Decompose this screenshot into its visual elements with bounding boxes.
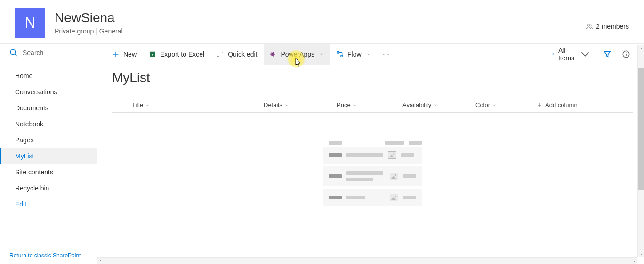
col-title-label: Title <box>132 101 143 108</box>
col-title[interactable]: Title <box>132 101 264 108</box>
new-label: New <box>123 50 137 58</box>
nav-site-contents[interactable]: Site contents <box>0 164 97 180</box>
col-availability-label: Availability <box>402 101 431 108</box>
column-headers: Title Details Price Availability <box>112 99 633 113</box>
chevron-down-icon <box>433 103 438 107</box>
chevron-down-icon <box>578 47 592 61</box>
pencil-icon <box>217 50 224 58</box>
nav-home[interactable]: Home <box>0 68 97 84</box>
chevron-down-icon <box>366 52 371 57</box>
nav-documents[interactable]: Documents <box>0 100 97 116</box>
access-level: General <box>99 27 123 35</box>
excel-icon: x <box>149 50 156 58</box>
view-label: All Items <box>558 47 574 62</box>
svg-line-3 <box>15 54 17 56</box>
powerapps-label: PowerApps <box>281 50 314 58</box>
info-icon <box>622 50 630 58</box>
chevron-down-icon <box>353 103 357 107</box>
nav-recycle-bin[interactable]: Recycle bin <box>0 180 97 196</box>
members-button[interactable]: 2 members <box>586 23 629 30</box>
view-selector[interactable]: All Items <box>547 44 597 65</box>
content-area: New x Export to Excel Quick edit PowerAp… <box>97 44 644 263</box>
col-details-label: Details <box>264 101 282 108</box>
info-button[interactable] <box>618 44 635 65</box>
flow-button[interactable]: Flow <box>330 44 377 65</box>
quick-edit-button[interactable]: Quick edit <box>211 44 263 65</box>
command-bar: New x Export to Excel Quick edit PowerAp… <box>97 44 644 65</box>
scroll-thumb[interactable] <box>638 68 644 190</box>
members-label: 2 members <box>596 23 629 30</box>
svg-point-10 <box>383 54 384 55</box>
export-excel-button[interactable]: x Export to Excel <box>143 44 210 65</box>
flow-icon <box>336 50 344 58</box>
nav-mylist[interactable]: MyList <box>0 148 97 164</box>
side-nav: Home Conversations Documents Notebook Pa… <box>0 62 97 247</box>
add-column-label: Add column <box>545 101 578 108</box>
separator: | <box>94 27 99 35</box>
chevron-down-icon <box>145 103 150 107</box>
plus-icon <box>112 50 120 58</box>
svg-point-1 <box>590 25 592 26</box>
classic-sharepoint-link[interactable]: Return to classic SharePoint <box>0 247 97 263</box>
export-label: Export to Excel <box>160 50 204 58</box>
add-column-button[interactable]: Add column <box>537 101 578 108</box>
flow-label: Flow <box>347 50 362 58</box>
site-info: NewSiena Private group | General <box>55 10 629 35</box>
svg-point-2 <box>10 50 16 55</box>
col-price[interactable]: Price <box>337 101 402 108</box>
site-logo[interactable]: N <box>15 8 45 38</box>
svg-point-12 <box>387 54 388 55</box>
site-header: N NewSiena Private group | General 2 mem… <box>0 0 644 44</box>
svg-rect-8 <box>337 52 339 53</box>
empty-list-placeholder <box>323 141 422 206</box>
plus-icon <box>537 102 542 108</box>
search-placeholder: Search <box>23 49 43 57</box>
scroll-right-arrow[interactable] <box>631 258 637 264</box>
powerapps-button[interactable]: PowerApps <box>264 44 330 65</box>
new-button[interactable]: New <box>106 44 142 65</box>
powerapps-icon <box>269 50 277 58</box>
list-view-icon <box>552 50 555 58</box>
nav-pages[interactable]: Pages <box>0 132 97 148</box>
vertical-scrollbar[interactable] <box>637 45 644 257</box>
svg-point-0 <box>587 24 589 26</box>
nav-edit[interactable]: Edit <box>0 196 97 212</box>
group-type: Private group <box>55 27 94 35</box>
svg-point-11 <box>386 54 386 55</box>
list-title: MyList <box>112 70 633 85</box>
col-details[interactable]: Details <box>264 101 337 108</box>
ellipsis-icon <box>382 50 390 58</box>
svg-rect-9 <box>341 55 343 57</box>
col-color[interactable]: Color <box>475 101 537 108</box>
scroll-up-arrow[interactable] <box>638 45 644 52</box>
scroll-down-arrow[interactable] <box>638 251 644 257</box>
filter-button[interactable] <box>599 44 616 65</box>
chevron-down-icon <box>284 103 289 107</box>
scroll-left-arrow[interactable] <box>97 258 104 264</box>
site-title[interactable]: NewSiena <box>55 10 629 25</box>
filter-icon <box>603 50 612 58</box>
chevron-down-icon <box>492 103 497 107</box>
list-area: MyList Title Details Price <box>97 65 644 263</box>
chevron-down-icon <box>319 52 324 57</box>
search-icon <box>9 49 18 57</box>
nav-conversations[interactable]: Conversations <box>0 84 97 100</box>
nav-notebook[interactable]: Notebook <box>0 116 97 132</box>
col-availability[interactable]: Availability <box>402 101 475 108</box>
search-box[interactable]: Search <box>0 44 97 62</box>
more-commands-button[interactable] <box>378 44 394 65</box>
quick-edit-label: Quick edit <box>228 50 257 58</box>
members-icon <box>586 23 593 30</box>
horizontal-scrollbar[interactable] <box>97 257 637 264</box>
site-subtitle: Private group | General <box>55 27 629 35</box>
col-color-label: Color <box>475 101 490 108</box>
col-price-label: Price <box>337 101 351 108</box>
left-column: Search Home Conversations Documents Note… <box>0 44 97 263</box>
